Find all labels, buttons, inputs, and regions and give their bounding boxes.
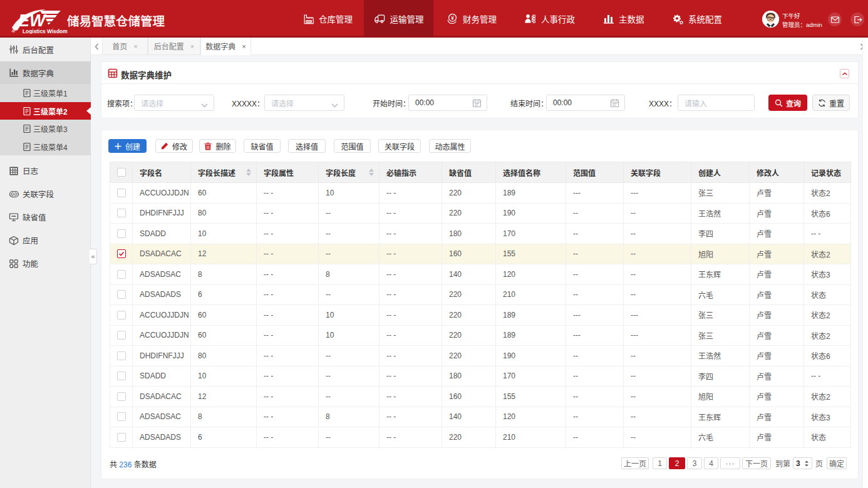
svg-text:Logistics Wisdom: Logistics Wisdom bbox=[23, 28, 68, 34]
svg-text:EW: EW bbox=[18, 11, 47, 30]
